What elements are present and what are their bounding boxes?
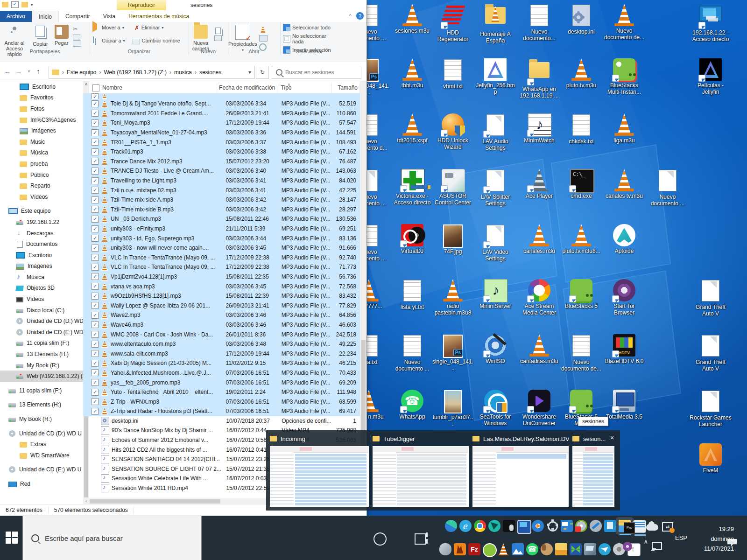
row-checkbox[interactable]: ✓ xyxy=(92,148,99,155)
desktop-icon[interactable]: BlueStacks 5 xyxy=(560,279,602,309)
remote-desktop-icon[interactable] xyxy=(517,519,530,532)
copy-to-button[interactable]: Copiar a▾ Cambiar nombre xyxy=(92,37,189,44)
desktop-icon[interactable]: tumblr_p7an37... xyxy=(432,390,474,427)
sidebar-item[interactable]: Unidad de CD (E:) WD xyxy=(0,327,83,338)
row-checkbox[interactable]: ✓ xyxy=(92,293,99,300)
desktop-icon[interactable]: Start Tor Browser xyxy=(603,279,645,316)
edge-icon[interactable] xyxy=(444,519,458,532)
disc-burner-icon[interactable] xyxy=(575,519,588,532)
desktop-icon[interactable]: Nuevo documento ... xyxy=(647,169,689,207)
row-checkbox[interactable]: ✓ xyxy=(92,408,99,415)
file-row[interactable]: ✓ Yuto - TentaTechno _Abril 2010__eltent… xyxy=(83,387,360,397)
sidebar-item[interactable]: Unidad de CD (E:) WD U xyxy=(0,464,83,476)
desktop-icon[interactable]: tdt2015.xspf xyxy=(391,113,433,144)
column-header-fecha[interactable]: Fecha de modificación xyxy=(217,83,279,93)
desktop-icon[interactable]: pluto.tv.m3u8... xyxy=(560,224,602,254)
desktop-icon[interactable]: Películas -Jellyfin xyxy=(690,58,732,95)
row-checkbox[interactable]: ✓ xyxy=(92,245,99,252)
file-row[interactable]: ✓ www.eltentaculo.com.mp3 03/03/2006 3:4… xyxy=(83,339,360,349)
sidebar-item[interactable]: Vídeos xyxy=(0,294,83,305)
row-checkbox[interactable]: ✓ xyxy=(92,206,99,213)
desktop-icon[interactable]: HDD Unlock Wizard xyxy=(432,113,474,150)
file-row[interactable]: ✓ Tzii n.o.e. mixtape 02.mp3 03/03/2006 … xyxy=(83,185,360,195)
up-button[interactable]: ↑ xyxy=(33,66,44,77)
green-app-icon[interactable] xyxy=(482,543,495,556)
file-row[interactable]: ✓ Wally Lopez @ Space Ibiza 29 06 201...… xyxy=(83,301,360,310)
file-row[interactable]: ✓ UN _03 Derlich.mp3 15/08/2011 22:46 MP… xyxy=(83,214,360,224)
file-row[interactable]: ✓ TR01__PISTA_1_1.mp3 03/03/2006 3:37 MP… xyxy=(83,137,360,147)
column-header-tamano[interactable]: Tamaño xyxy=(331,83,360,93)
sidebar-item[interactable]: Music xyxy=(0,136,83,147)
folder-app-icon[interactable] xyxy=(555,543,568,556)
desktop-icon[interactable]: Nuevo documento... xyxy=(518,4,560,42)
row-checkbox[interactable]: ✓ xyxy=(92,187,99,194)
row-checkbox[interactable]: ✓ xyxy=(92,216,99,223)
forward-button[interactable]: → xyxy=(13,66,24,77)
desktop-icon[interactable]: Nuevo documento de... xyxy=(560,334,602,372)
preview-thumbnail[interactable] xyxy=(472,446,569,507)
file-row[interactable]: ✓ Toyacoyah_MentalNote_01-27-04.mp3 03/0… xyxy=(83,128,360,138)
row-checkbox[interactable]: ✓ xyxy=(92,110,99,117)
row-checkbox[interactable]: ✓ xyxy=(92,389,99,396)
desktop-icon[interactable]: MinimServer xyxy=(474,279,516,309)
preview-card-lasminas[interactable]: Las.Minas.Del.Rey.Salomon.DV... xyxy=(472,433,569,508)
row-checkbox[interactable]: ✓ xyxy=(92,264,99,271)
desktop-icon[interactable]: BlueStacks Multi-Instan... xyxy=(603,58,645,95)
sidebar-item[interactable]: Vídeos xyxy=(0,191,83,203)
sidebar-item[interactable]: Escritorio xyxy=(0,81,83,92)
desktop-icon[interactable]: LAV Audio Settings xyxy=(474,113,516,151)
desktop-icon[interactable]: 192.168.1.22 - Acceso directo xyxy=(690,4,732,42)
sidebar-item[interactable]: Este equipo xyxy=(0,206,83,217)
sidebar-item[interactable]: 11 copia slim (F:) xyxy=(0,338,83,349)
clock[interactable]: 19:29 domingo 11/07/2021 xyxy=(704,524,734,553)
control-panel-icon[interactable] xyxy=(560,519,573,532)
sidebar-item[interactable]: Música xyxy=(0,272,83,283)
desktop-icon[interactable]: single_048_141... xyxy=(432,334,474,371)
admin-tools-icon[interactable] xyxy=(589,519,602,532)
tray-expand-chevron-icon[interactable]: ∧ xyxy=(643,538,648,545)
breadcrumb[interactable]: musica xyxy=(172,69,194,76)
preview-thumbnail[interactable] xyxy=(270,446,369,507)
desktop-icon[interactable]: WhatsApp en 192.168.1.19 ... xyxy=(518,58,560,99)
network-tray-icon[interactable] xyxy=(652,542,662,550)
row-checkbox[interactable]: ✓ xyxy=(92,273,99,280)
sidebar-item[interactable]: Im%C3%A1genes xyxy=(0,114,83,126)
desktop-icon[interactable]: sesiones.m3u xyxy=(391,4,433,34)
desktop-icon[interactable]: vhmt.txt xyxy=(432,58,474,90)
file-row[interactable]: ✓ Tzii-Time mix-side B.mp3 03/03/2006 3:… xyxy=(83,205,360,215)
file-row[interactable]: ✓ Toni_Moya.mp3 17/12/2009 19:44 MP3 Aud… xyxy=(83,118,360,128)
start-button[interactable] xyxy=(6,532,18,544)
desktop-icon[interactable]: tbbt.m3u xyxy=(391,58,433,89)
sidebar-item[interactable]: Público xyxy=(0,169,83,181)
preview-thumbnail[interactable] xyxy=(572,446,614,507)
sidebar-item[interactable]: Descargas xyxy=(0,228,83,239)
file-row[interactable]: ✓ yas__feb_2005_promo.mp3 07/03/2006 16:… xyxy=(83,378,360,387)
teal-app-icon[interactable] xyxy=(488,519,501,532)
desktop-icon[interactable]: canales.m3u xyxy=(518,224,560,254)
desktop-icon[interactable]: Homenaje A España xyxy=(474,4,516,44)
desktop-icon[interactable]: FiveM xyxy=(690,443,732,474)
sidebar-item[interactable]: My Book (R:) xyxy=(0,360,83,371)
select-none-button[interactable]: No seleccionar nada xyxy=(283,33,338,44)
qat-folder-icon[interactable] xyxy=(21,2,28,7)
desktop-icon[interactable]: canales tv.m3u xyxy=(603,169,645,199)
desktop-icon[interactable]: chkdsk.txt xyxy=(560,113,602,145)
desktop-icon[interactable]: Aptoide xyxy=(603,224,645,254)
file-row[interactable]: ✓ Yahel.&.Infected.Mushroom.-.Live.@.J..… xyxy=(83,368,360,378)
new-folder-button[interactable]: Nueva carpeta xyxy=(189,22,213,51)
file-row[interactable]: ✓ Tomorrowland 2011 Fedde Le Grand.... 2… xyxy=(83,109,360,119)
row-checkbox[interactable]: ✓ xyxy=(92,129,99,136)
column-header-tipo[interactable]: ∧Tipo xyxy=(279,83,332,93)
desktop-icon[interactable]: VirtualDJ xyxy=(391,224,433,254)
file-row[interactable]: ✓ vtana vs aoa.mp3 03/03/2006 3:45 MP3 A… xyxy=(83,281,360,291)
desktop-icon[interactable]: cantaditas.m3u xyxy=(518,334,560,364)
sidebar-item[interactable]: Documentos xyxy=(0,238,83,250)
sidebar-item[interactable]: Imágenes xyxy=(0,261,83,272)
easy-access-icon[interactable] xyxy=(214,35,222,41)
breadcrumb[interactable]: sesiones xyxy=(197,69,223,76)
preview-card-tubedigger[interactable]: TubeDigger xyxy=(373,433,469,508)
copy-path-icon[interactable] xyxy=(73,35,80,40)
row-checkbox[interactable]: ✓ xyxy=(92,312,99,319)
breadcrumb[interactable]: Este equipo xyxy=(65,69,98,76)
portable-apps-icon[interactable] xyxy=(604,519,617,532)
